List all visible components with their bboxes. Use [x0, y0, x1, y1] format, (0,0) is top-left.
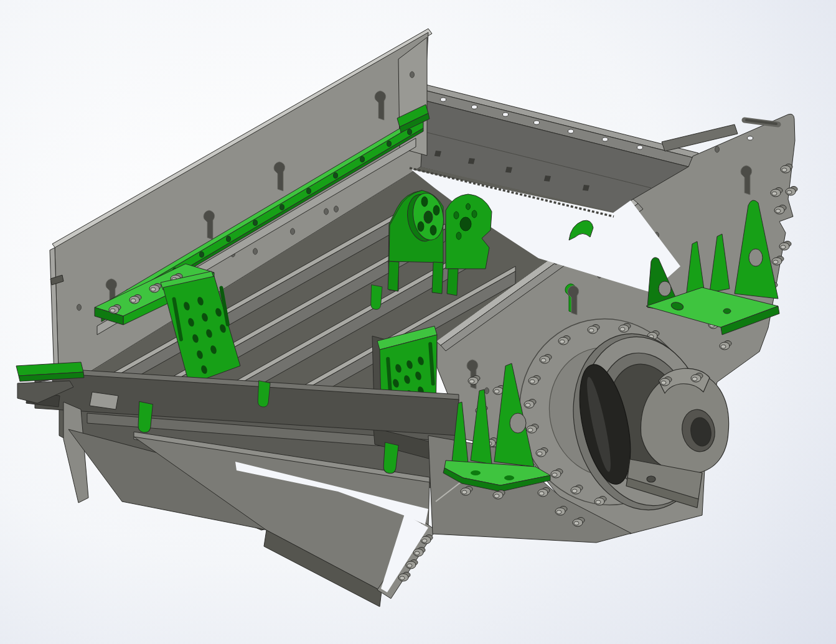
bearing-base-hole [647, 476, 655, 482]
right-plate-flange-hole [460, 217, 471, 231]
strap-hook [257, 381, 271, 408]
gusset-far-hole [749, 249, 763, 266]
base-hole-2 [723, 309, 731, 314]
strap-hook [137, 401, 153, 433]
cad-render[interactable] [0, 0, 836, 644]
right-wall-bolt-hole [748, 136, 753, 140]
gusset-hole [510, 413, 526, 433]
green-flat-bar[interactable] [16, 362, 84, 381]
gusset-near-hole [659, 281, 671, 296]
strap-hook [370, 285, 383, 310]
bracket-left-leg1 [388, 261, 399, 291]
bracket-left-leg2 [432, 262, 443, 294]
bracket-right-leg [447, 269, 458, 296]
cad-viewport[interactable] [0, 0, 836, 644]
disc-center-hole [424, 211, 433, 223]
